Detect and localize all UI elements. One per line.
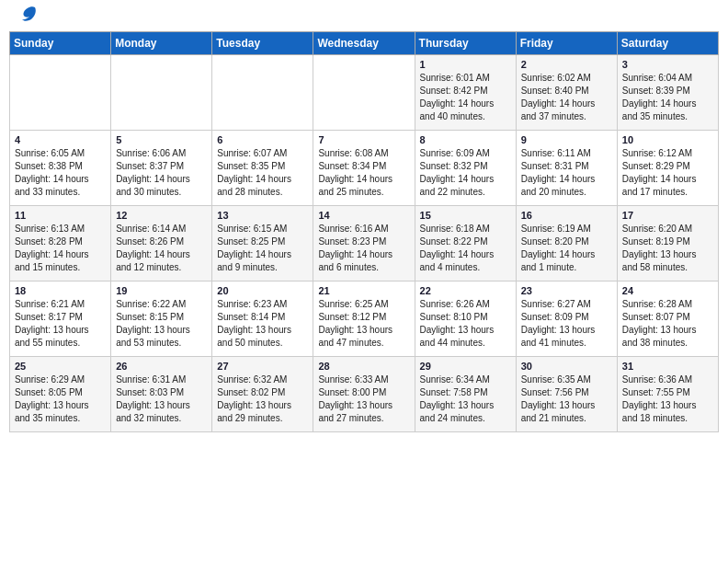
calendar-cell: 7Sunrise: 6:08 AM Sunset: 8:34 PM Daylig… [313, 131, 415, 206]
calendar-cell [10, 55, 111, 131]
calendar-cell: 5Sunrise: 6:06 AM Sunset: 8:37 PM Daylig… [111, 131, 212, 206]
day-number: 15 [420, 210, 511, 221]
day-number: 16 [521, 210, 612, 221]
cell-content: Sunrise: 6:02 AM Sunset: 8:40 PM Dayligh… [521, 72, 612, 123]
cell-content: Sunrise: 6:21 AM Sunset: 8:17 PM Dayligh… [15, 298, 106, 350]
calendar-cell: 23Sunrise: 6:27 AM Sunset: 8:09 PM Dayli… [516, 282, 617, 357]
col-saturday: Saturday [617, 32, 718, 55]
calendar-week-3: 11Sunrise: 6:13 AM Sunset: 8:28 PM Dayli… [10, 206, 719, 282]
calendar-cell [111, 55, 212, 131]
calendar-week-4: 18Sunrise: 6:21 AM Sunset: 8:17 PM Dayli… [10, 282, 719, 357]
day-number: 3 [622, 59, 713, 70]
day-number: 25 [15, 361, 106, 372]
day-number: 29 [420, 361, 511, 372]
cell-content: Sunrise: 6:29 AM Sunset: 8:05 PM Dayligh… [15, 373, 106, 425]
day-number: 13 [217, 210, 308, 221]
day-number: 8 [420, 134, 511, 145]
day-number: 27 [217, 361, 308, 372]
cell-content: Sunrise: 6:28 AM Sunset: 8:07 PM Dayligh… [622, 298, 713, 350]
calendar-cell: 25Sunrise: 6:29 AM Sunset: 8:05 PM Dayli… [10, 357, 111, 432]
calendar-cell: 19Sunrise: 6:22 AM Sunset: 8:15 PM Dayli… [111, 282, 212, 357]
day-number: 20 [217, 285, 308, 296]
calendar-header: Sunday Monday Tuesday Wednesday Thursday… [10, 32, 719, 55]
calendar-cell: 16Sunrise: 6:19 AM Sunset: 8:20 PM Dayli… [516, 206, 617, 282]
calendar-week-2: 4Sunrise: 6:05 AM Sunset: 8:38 PM Daylig… [10, 131, 719, 206]
calendar-cell: 4Sunrise: 6:05 AM Sunset: 8:38 PM Daylig… [10, 131, 111, 206]
cell-content: Sunrise: 6:19 AM Sunset: 8:20 PM Dayligh… [521, 223, 612, 274]
calendar-cell: 31Sunrise: 6:36 AM Sunset: 7:55 PM Dayli… [617, 357, 718, 432]
calendar-cell: 27Sunrise: 6:32 AM Sunset: 8:02 PM Dayli… [212, 357, 313, 432]
calendar-week-1: 1Sunrise: 6:01 AM Sunset: 8:42 PM Daylig… [10, 55, 719, 131]
day-number: 24 [622, 285, 713, 296]
calendar-cell [212, 55, 313, 131]
calendar-cell: 2Sunrise: 6:02 AM Sunset: 8:40 PM Daylig… [516, 55, 617, 131]
day-number: 26 [116, 361, 207, 372]
day-number: 17 [622, 210, 713, 221]
cell-content: Sunrise: 6:12 AM Sunset: 8:29 PM Dayligh… [622, 147, 713, 199]
calendar-cell: 6Sunrise: 6:07 AM Sunset: 8:35 PM Daylig… [212, 131, 313, 206]
cell-content: Sunrise: 6:23 AM Sunset: 8:14 PM Dayligh… [217, 298, 308, 350]
calendar-cell: 15Sunrise: 6:18 AM Sunset: 8:22 PM Dayli… [415, 206, 516, 282]
day-number: 4 [15, 134, 106, 145]
cell-content: Sunrise: 6:26 AM Sunset: 8:10 PM Dayligh… [420, 298, 511, 350]
calendar-cell: 22Sunrise: 6:26 AM Sunset: 8:10 PM Dayli… [415, 282, 516, 357]
col-friday: Friday [516, 32, 617, 55]
calendar-cell: 29Sunrise: 6:34 AM Sunset: 7:58 PM Dayli… [415, 357, 516, 432]
cell-content: Sunrise: 6:01 AM Sunset: 8:42 PM Dayligh… [420, 72, 511, 123]
calendar-cell: 17Sunrise: 6:20 AM Sunset: 8:19 PM Dayli… [617, 206, 718, 282]
calendar-cell: 11Sunrise: 6:13 AM Sunset: 8:28 PM Dayli… [10, 206, 111, 282]
calendar-cell: 14Sunrise: 6:16 AM Sunset: 8:23 PM Dayli… [313, 206, 415, 282]
calendar-cell: 8Sunrise: 6:09 AM Sunset: 8:32 PM Daylig… [415, 131, 516, 206]
calendar-container: Sunday Monday Tuesday Wednesday Thursday… [0, 31, 728, 442]
calendar-cell [313, 55, 415, 131]
logo-bird-icon [18, 4, 39, 24]
col-wednesday: Wednesday [313, 32, 415, 55]
cell-content: Sunrise: 6:05 AM Sunset: 8:38 PM Dayligh… [15, 147, 106, 199]
day-number: 6 [217, 134, 308, 145]
day-number: 14 [318, 210, 409, 221]
cell-content: Sunrise: 6:25 AM Sunset: 8:12 PM Dayligh… [318, 298, 409, 350]
col-sunday: Sunday [10, 32, 111, 55]
day-number: 12 [116, 210, 207, 221]
calendar-cell: 1Sunrise: 6:01 AM Sunset: 8:42 PM Daylig… [415, 55, 516, 131]
day-number: 21 [318, 285, 409, 296]
calendar-cell: 30Sunrise: 6:35 AM Sunset: 7:56 PM Dayli… [516, 357, 617, 432]
calendar-cell: 20Sunrise: 6:23 AM Sunset: 8:14 PM Dayli… [212, 282, 313, 357]
calendar-cell: 24Sunrise: 6:28 AM Sunset: 8:07 PM Dayli… [617, 282, 718, 357]
cell-content: Sunrise: 6:18 AM Sunset: 8:22 PM Dayligh… [420, 223, 511, 274]
col-monday: Monday [111, 32, 212, 55]
day-number: 2 [521, 59, 612, 70]
cell-content: Sunrise: 6:04 AM Sunset: 8:39 PM Dayligh… [622, 72, 713, 123]
cell-content: Sunrise: 6:09 AM Sunset: 8:32 PM Dayligh… [420, 147, 511, 199]
col-thursday: Thursday [415, 32, 516, 55]
cell-content: Sunrise: 6:20 AM Sunset: 8:19 PM Dayligh… [622, 223, 713, 274]
calendar-cell: 12Sunrise: 6:14 AM Sunset: 8:26 PM Dayli… [111, 206, 212, 282]
day-number: 7 [318, 134, 409, 145]
day-number: 1 [420, 59, 511, 70]
calendar-cell: 28Sunrise: 6:33 AM Sunset: 8:00 PM Dayli… [313, 357, 415, 432]
cell-content: Sunrise: 6:36 AM Sunset: 7:55 PM Dayligh… [622, 373, 713, 425]
day-number: 9 [521, 134, 612, 145]
header-row: Sunday Monday Tuesday Wednesday Thursday… [10, 32, 719, 55]
cell-content: Sunrise: 6:34 AM Sunset: 7:58 PM Dayligh… [420, 373, 511, 425]
logo [15, 11, 39, 24]
cell-content: Sunrise: 6:08 AM Sunset: 8:34 PM Dayligh… [318, 147, 409, 199]
page-header [0, 0, 728, 28]
cell-content: Sunrise: 6:16 AM Sunset: 8:23 PM Dayligh… [318, 223, 409, 274]
calendar-cell: 26Sunrise: 6:31 AM Sunset: 8:03 PM Dayli… [111, 357, 212, 432]
cell-content: Sunrise: 6:35 AM Sunset: 7:56 PM Dayligh… [521, 373, 612, 425]
col-tuesday: Tuesday [212, 32, 313, 55]
day-number: 18 [15, 285, 106, 296]
calendar-cell: 9Sunrise: 6:11 AM Sunset: 8:31 PM Daylig… [516, 131, 617, 206]
calendar-cell: 10Sunrise: 6:12 AM Sunset: 8:29 PM Dayli… [617, 131, 718, 206]
calendar-cell: 18Sunrise: 6:21 AM Sunset: 8:17 PM Dayli… [10, 282, 111, 357]
day-number: 31 [622, 361, 713, 372]
cell-content: Sunrise: 6:22 AM Sunset: 8:15 PM Dayligh… [116, 298, 207, 350]
day-number: 22 [420, 285, 511, 296]
calendar-table: Sunday Monday Tuesday Wednesday Thursday… [9, 31, 719, 432]
cell-content: Sunrise: 6:27 AM Sunset: 8:09 PM Dayligh… [521, 298, 612, 350]
cell-content: Sunrise: 6:31 AM Sunset: 8:03 PM Dayligh… [116, 373, 207, 425]
day-number: 10 [622, 134, 713, 145]
day-number: 11 [15, 210, 106, 221]
cell-content: Sunrise: 6:14 AM Sunset: 8:26 PM Dayligh… [116, 223, 207, 274]
